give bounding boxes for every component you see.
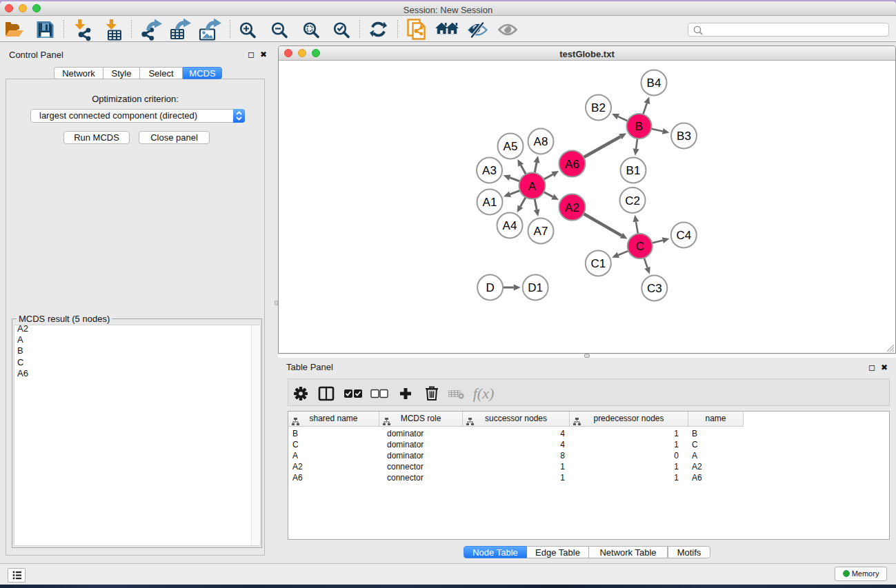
- svg-text:A1: A1: [483, 196, 497, 209]
- svg-text:A4: A4: [503, 219, 517, 232]
- svg-text:A3: A3: [482, 164, 497, 177]
- svg-text:A8: A8: [534, 135, 548, 148]
- svg-text:C: C: [636, 240, 644, 253]
- svg-text:C1: C1: [590, 257, 606, 270]
- svg-text:A6: A6: [565, 158, 579, 171]
- svg-text:C4: C4: [676, 229, 691, 242]
- svg-text:B2: B2: [591, 101, 606, 114]
- svg-text:B3: B3: [677, 130, 691, 143]
- svg-text:B4: B4: [647, 77, 661, 90]
- svg-text:C3: C3: [647, 282, 662, 295]
- svg-text:A2: A2: [565, 201, 579, 214]
- svg-text:C2: C2: [625, 194, 640, 207]
- svg-text:D1: D1: [528, 281, 543, 294]
- svg-text:A: A: [528, 180, 537, 193]
- svg-text:f(x): f(x): [473, 385, 495, 402]
- svg-text:B1: B1: [626, 164, 641, 177]
- svg-text:A7: A7: [534, 225, 548, 238]
- svg-text:B: B: [635, 120, 643, 133]
- svg-text:A5: A5: [504, 140, 518, 153]
- svg-text:D: D: [486, 281, 494, 294]
